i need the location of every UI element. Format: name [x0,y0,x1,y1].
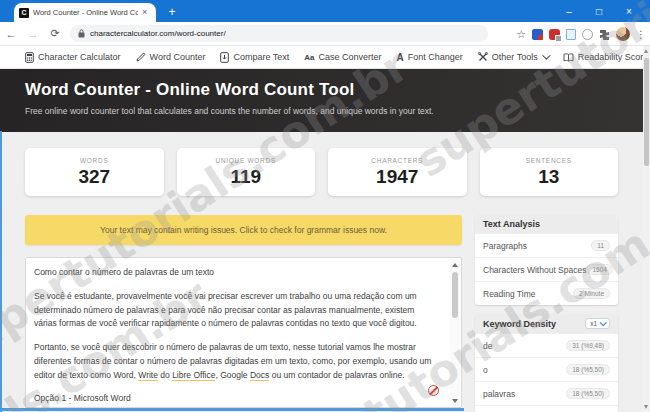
capture-frame-bottom [0,408,464,411]
extension-blue-icon[interactable] [532,29,543,40]
scroll-up-icon[interactable] [452,263,458,267]
back-icon[interactable]: ← [0,28,22,40]
scroll-up-icon[interactable] [644,49,648,53]
keyword-count-value: x1 [590,320,597,327]
forward-icon[interactable]: → [22,28,44,40]
nav-compare-text[interactable]: Compare Text [220,52,289,63]
browser-actions: ☆ ⋮ [516,22,646,46]
keyword-label: o [483,365,488,375]
url-input[interactable]: charactercalculator.com/word-counter/ [70,25,488,42]
analysis-row-chars-no-spaces: Characters Without Spaces 1604 [475,257,618,281]
page-scrollbar[interactable] [643,46,650,412]
tools-icon [478,52,488,62]
editor-paragraph: Como contar o número de palavras de um t… [34,266,439,280]
spellcheck-word: Libre Office [172,370,215,381]
nav-label: Case Converter [319,52,382,62]
bookmark-star-icon[interactable]: ☆ [516,28,526,41]
nav-other-tools[interactable]: Other Tools [478,52,548,62]
chevron-down-icon [542,51,550,59]
stat-label: SENTENCES [526,157,572,164]
keyword-value-badge: 18 (%5,50) [566,388,610,399]
extension-red-icon[interactable] [549,29,560,40]
stat-card-unique-words: UNIQUE WORDS 119 [177,148,316,196]
editor-scroll-thumb[interactable] [452,272,458,318]
page-subtitle: Free online word counter tool that calcu… [25,106,650,116]
stat-card-words: WORDS 327 [25,148,164,196]
page-title: Word Counter - Online Word Count Tool [25,80,650,100]
profile-avatar[interactable] [616,27,630,41]
analysis-row-paragraphs: Paragraphs 11 [475,233,618,257]
row-label: Characters Without Spaces [483,265,586,275]
keyword-row: de 31 (%9,48) [475,333,618,357]
font-changer-icon: A [397,52,404,63]
extension-circle-icon[interactable] [582,29,593,40]
minimize-icon[interactable]: – [554,0,584,22]
calculator-icon [25,52,34,63]
stat-value: 1947 [376,166,418,188]
nav-label: Other Tools [492,52,538,62]
card-title: Text Analysis [483,219,540,229]
new-tab-button[interactable]: + [164,4,180,20]
extension-page-icon[interactable] [566,29,576,40]
scroll-down-icon[interactable] [644,405,648,409]
editor-scrollbar[interactable] [450,259,460,407]
editor-paragraph: Opção 1 - Microsoft Word [34,392,439,406]
grammar-warning-banner[interactable]: Your text may contain writing issues. Cl… [25,215,462,245]
keyword-row: o 18 (%5,50) [475,357,618,381]
stat-card-sentences: SENTENCES 13 [480,148,619,196]
nav-font-changer[interactable]: A Font Changer [397,52,463,63]
pencil-icon [136,52,146,62]
nav-label: Word Counter [150,52,206,62]
scroll-down-icon[interactable] [452,399,458,403]
site-nav: Character Calculator Word Counter Compar… [0,46,650,69]
browser-window: C Word Counter - Online Word Count Tool … [0,0,650,412]
window-controls: – □ × [554,0,644,22]
browser-menu-icon[interactable]: ⋮ [636,29,646,40]
grammar-checker-icon[interactable] [428,385,439,396]
keyword-value-badge: 31 (%9,48) [566,340,610,351]
book-icon [563,53,574,62]
page-scroll-thumb[interactable] [644,58,649,166]
keyword-count-select[interactable]: x1 [585,318,610,329]
lock-icon [78,29,85,38]
maximize-icon[interactable]: □ [584,0,614,22]
spellcheck-word: Write [138,370,158,381]
compare-document-icon [220,52,229,63]
card-title: Keyword Density [483,319,556,329]
url-text: charactercalculator.com/word-counter/ [90,29,226,38]
nav-label: Compare Text [233,52,289,62]
capture-frame-left [0,131,2,412]
row-value-badge: 2 Minute [573,288,610,299]
browser-titlebar: C Word Counter - Online Word Count Tool … [0,0,650,22]
spellcheck-word: Docs [250,370,269,381]
hero-header: Word Counter - Online Word Count Tool Fr… [0,69,650,132]
stat-value: 119 [230,166,261,188]
tab-close-icon[interactable]: × [142,8,147,17]
chevron-down-icon [600,319,607,326]
keyword-label: palavras [483,389,515,399]
row-value-badge: 1604 [586,264,612,275]
keyword-row: palavras 18 (%5,50) [475,381,618,405]
browser-tab[interactable]: C Word Counter - Online Word Count Tool … [14,3,156,22]
reload-icon[interactable]: ⟳ [44,27,66,40]
case-converter-icon: Aa [304,53,314,62]
text-editor[interactable]: Como contar o número de palavras de um t… [25,257,462,408]
row-label: Paragraphs [483,241,527,251]
row-value-badge: 11 [591,240,610,251]
nav-readability-scores[interactable]: Readability Scores [563,52,650,62]
close-icon[interactable]: × [614,0,644,22]
text-analysis-header: Text Analysis [475,215,618,233]
extensions-puzzle-icon[interactable] [599,29,610,40]
stat-label: UNIQUE WORDS [216,157,276,164]
keyword-row: texto 14 (%4,28) [475,405,618,412]
nav-case-converter[interactable]: Aa Case Converter [304,52,381,62]
editor-paragraph: Se você é estudante, provavelmente você … [34,290,439,331]
nav-character-calculator[interactable]: Character Calculator [25,52,121,63]
nav-label: Character Calculator [38,52,121,62]
stat-value: 327 [78,166,110,188]
text-analysis-card: Text Analysis Paragraphs 11 Characters W… [475,215,618,305]
keyword-density-header: Keyword Density x1 [475,314,618,333]
site-favicon: C [19,8,29,18]
nav-word-counter[interactable]: Word Counter [136,52,206,62]
row-label: Reading Time [483,289,535,299]
